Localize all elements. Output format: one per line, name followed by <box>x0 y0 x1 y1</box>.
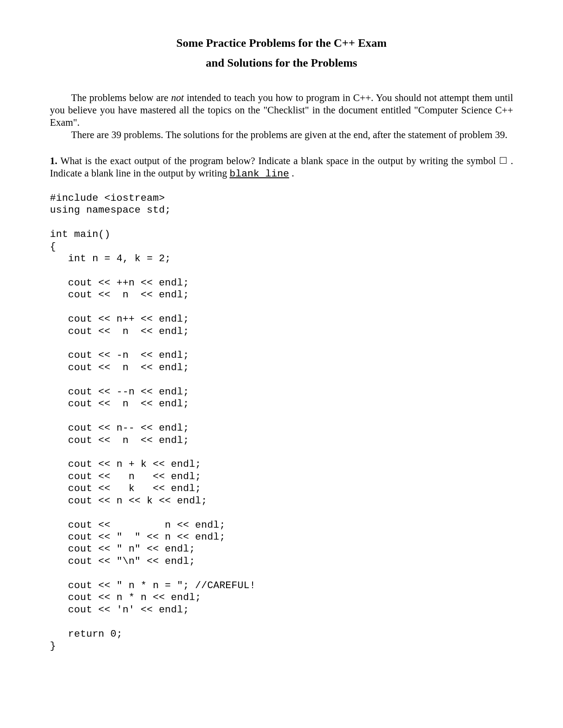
intro-paragraph-1: The problems below are not intended to t… <box>50 92 513 129</box>
spacer <box>50 142 513 155</box>
para1-a: The problems below are <box>71 92 171 103</box>
question-text-c: . <box>289 168 294 179</box>
para1-not: not <box>171 92 184 103</box>
code-block: #include <iostream> using namespace std;… <box>50 192 513 653</box>
question-1: 1. What is the exact output of the progr… <box>50 155 513 180</box>
question-text-a: What is the exact output of the program … <box>57 155 499 166</box>
document-title: Some Practice Problems for the C++ Exam <box>50 37 513 50</box>
page: Some Practice Problems for the C++ Exam … <box>0 0 563 685</box>
blank-square-icon <box>500 157 506 164</box>
intro-paragraph-2: There are 39 problems. The solutions for… <box>50 129 513 141</box>
question-number: 1. <box>50 155 57 166</box>
blank-line-label: blank line <box>230 168 289 180</box>
document-subtitle: and Solutions for the Problems <box>50 56 513 70</box>
